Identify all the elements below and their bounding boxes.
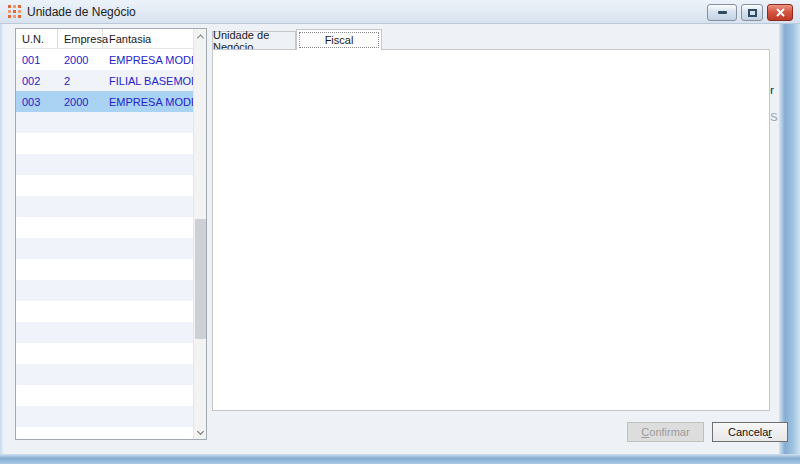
cancelar-button[interactable]: Cancelar (712, 422, 788, 442)
chevron-up-icon (197, 34, 204, 41)
maximize-button[interactable] (741, 4, 763, 21)
list-header: U.N. Empresa Fantasia (16, 29, 193, 49)
cancelar-label: Cancelar (728, 426, 772, 438)
cell-fantasia: FILIAL BASEMODELO (103, 75, 193, 87)
list-row-001[interactable]: 001 2000 EMPRESA MODELO (16, 49, 193, 70)
cell-fantasia: EMPRESA MODELO (103, 96, 193, 108)
tab-unidade-de-negocio[interactable]: Unidade de Negócio (212, 31, 296, 50)
chevron-down-icon (197, 428, 204, 435)
cell-empresa: 2 (58, 75, 103, 87)
close-icon (776, 8, 785, 17)
close-button[interactable] (767, 4, 793, 21)
cell-un: 001 (16, 54, 58, 66)
confirmar-button[interactable]: Confirmar (627, 422, 704, 442)
tab-fiscal[interactable]: Fiscal (296, 29, 382, 50)
tab-label: Fiscal (325, 34, 354, 46)
list-scrollbar[interactable] (193, 29, 206, 439)
column-header-un[interactable]: U.N. (16, 29, 58, 48)
titlebar[interactable]: Unidade de Negócio (0, 0, 800, 24)
cell-fantasia: EMPRESA MODELO (103, 54, 193, 66)
fiscal-tab-page (212, 49, 770, 411)
cell-empresa: 2000 (58, 54, 103, 66)
column-header-empresa[interactable]: Empresa (58, 29, 103, 48)
list-row-002[interactable]: 002 2 FILIAL BASEMODELO (16, 70, 193, 91)
business-units-list: U.N. Empresa Fantasia 001 2000 EMPRESA M… (15, 28, 207, 440)
minimize-icon (718, 11, 727, 14)
minimize-button[interactable] (707, 4, 737, 21)
window-border-bottom (0, 454, 800, 464)
app-icon (8, 5, 21, 18)
scrollbar-thumb[interactable] (195, 219, 206, 339)
list-rows: 001 2000 EMPRESA MODELO 002 2 FILIAL BAS… (16, 49, 193, 439)
cell-un: 002 (16, 75, 58, 87)
scroll-up-button[interactable] (194, 29, 207, 44)
unidade-negocio-window: Unidade de Negócio U.N. Empresa Fantasia… (0, 0, 800, 464)
cell-un: 003 (16, 96, 58, 108)
window-border-right (779, 24, 800, 464)
confirmar-label: Confirmar (641, 426, 689, 438)
maximize-icon (748, 9, 757, 17)
column-header-fantasia[interactable]: Fantasia (103, 29, 193, 48)
list-row-003-selected[interactable]: 003 2000 EMPRESA MODELO (16, 91, 193, 112)
scroll-down-button[interactable] (194, 424, 207, 439)
window-title: Unidade de Negócio (27, 5, 136, 19)
cell-empresa: 2000 (58, 96, 103, 108)
